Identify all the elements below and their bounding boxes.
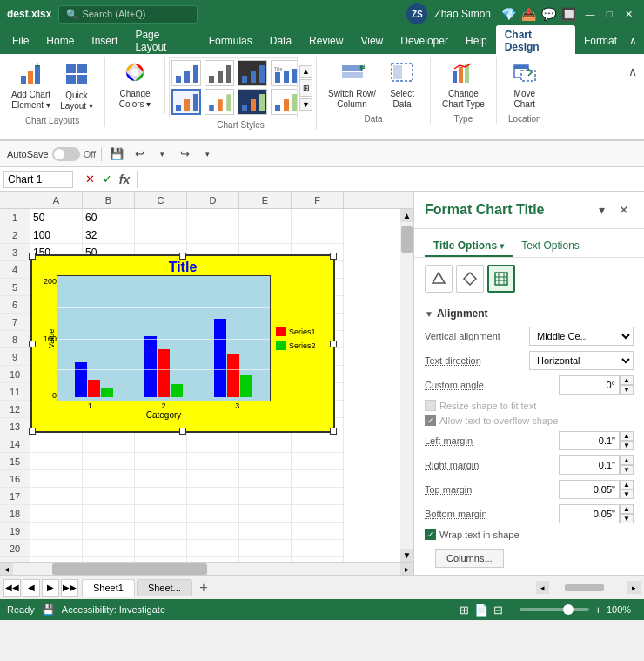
chart-style-3[interactable]	[238, 60, 267, 86]
right-margin-increment[interactable]: ▲	[620, 455, 634, 465]
col-header-a[interactable]: A	[30, 192, 83, 209]
row-header-20[interactable]: 20	[0, 540, 30, 557]
menu-data[interactable]: Data	[261, 31, 300, 51]
custom-angle-input[interactable]	[559, 375, 620, 395]
sheet-tab-sheet2[interactable]: Sheet...	[137, 579, 192, 596]
menu-view[interactable]: View	[352, 31, 392, 51]
top-margin-increment[interactable]: ▲	[620, 480, 634, 489]
accessibility-text[interactable]: Accessibility: Investigate	[62, 604, 165, 615]
cell-d1[interactable]	[187, 209, 239, 226]
undo-button[interactable]: ↩	[130, 145, 149, 164]
chart-styles-scroll-down[interactable]: ▼	[299, 98, 312, 111]
row-header-13[interactable]: 13	[0, 418, 30, 435]
menu-review[interactable]: Review	[300, 31, 352, 51]
row-header-5[interactable]: 5	[0, 279, 30, 296]
add-sheet-button[interactable]: +	[194, 578, 213, 597]
zoom-in-icon[interactable]: +	[594, 604, 601, 617]
menu-format[interactable]: Format	[575, 31, 626, 51]
chart-object[interactable]: Title 200 100 0 Value	[30, 254, 335, 433]
size-properties-tab[interactable]	[487, 265, 515, 293]
cancel-icon[interactable]: ✕	[81, 172, 98, 185]
chart-style-7[interactable]	[238, 89, 267, 115]
row-header-1[interactable]: 1	[0, 209, 30, 226]
chart-style-8[interactable]	[271, 89, 298, 115]
chart-handle-ml[interactable]	[29, 341, 36, 347]
add-chart-element-button[interactable]: + Add ChartElement ▾	[7, 59, 55, 114]
row-header-12[interactable]: 12	[0, 401, 30, 418]
menu-help[interactable]: Help	[457, 31, 496, 51]
row-header-8[interactable]: 8	[0, 331, 30, 348]
zoom-level[interactable]: 100%	[607, 604, 637, 615]
cell-b1[interactable]: 60	[83, 209, 135, 226]
quick-layout-button[interactable]: QuickLayout ▾	[56, 59, 97, 114]
chart-style-5[interactable]	[171, 89, 201, 115]
qa-dropdown[interactable]: ▾	[198, 145, 217, 164]
function-icon[interactable]: fx	[116, 172, 133, 186]
cell-f2[interactable]	[292, 226, 344, 244]
menu-developer[interactable]: Developer	[392, 31, 457, 51]
move-chart-button[interactable]: MoveChart	[504, 57, 546, 112]
cell-b2[interactable]: 32	[83, 226, 135, 244]
chart-title[interactable]: Title	[32, 260, 333, 275]
row-header-14[interactable]: 14	[0, 435, 30, 453]
row-header-16[interactable]: 16	[0, 470, 30, 488]
row-header-10[interactable]: 10	[0, 366, 30, 383]
select-all-corner[interactable]	[0, 192, 30, 208]
menu-home[interactable]: Home	[37, 31, 83, 51]
menu-insert[interactable]: Insert	[83, 31, 126, 51]
text-direction-select[interactable]: Horizontal Rotate 90° Rotate 270° Stacke…	[529, 351, 634, 370]
col-header-b[interactable]: B	[83, 192, 135, 209]
row-header-18[interactable]: 18	[0, 505, 30, 523]
angle-increment-btn[interactable]: ▲	[620, 375, 634, 385]
tab-area-scroll-right[interactable]: ▸	[627, 581, 641, 594]
row-header-4[interactable]: 4	[0, 261, 30, 279]
row-header-3[interactable]: 3	[0, 244, 30, 261]
h-scroll-thumb[interactable]	[52, 563, 207, 575]
scroll-track[interactable]	[400, 222, 413, 549]
fill-effects-tab[interactable]	[425, 265, 453, 293]
page-break-btn[interactable]: ⊟	[493, 604, 503, 617]
left-margin-increment[interactable]: ▲	[620, 431, 634, 441]
top-margin-decrement[interactable]: ▼	[620, 489, 634, 499]
select-data-button[interactable]: SelectData	[381, 57, 423, 112]
alignment-section-header[interactable]: ▼ Alignment	[425, 307, 634, 320]
bottom-margin-increment[interactable]: ▲	[620, 504, 634, 514]
angle-decrement-btn[interactable]: ▼	[620, 385, 634, 395]
h-scroll-track[interactable]	[13, 563, 400, 576]
sheet-nav-first[interactable]: ◀◀	[3, 579, 21, 597]
scroll-thumb[interactable]	[401, 226, 413, 253]
cell-e2[interactable]	[239, 226, 292, 244]
cell-a2[interactable]: 100	[30, 226, 83, 244]
minimize-button[interactable]: —	[581, 5, 599, 23]
zoom-slider[interactable]	[520, 608, 589, 611]
chart-style-1[interactable]	[171, 60, 201, 86]
row-header-11[interactable]: 11	[0, 383, 30, 401]
sheet-nav-last[interactable]: ▶▶	[61, 579, 78, 597]
tab-title-options[interactable]: Title Options ▾	[425, 236, 513, 257]
save-button[interactable]: 💾	[107, 145, 126, 164]
effects-tab[interactable]	[456, 265, 484, 293]
chart-handle-tc[interactable]	[179, 253, 186, 260]
name-box[interactable]: Chart 1	[3, 171, 73, 188]
change-colors-button[interactable]: ChangeColors ▾	[112, 57, 158, 112]
chart-handle-br[interactable]	[330, 428, 337, 435]
row-header-21[interactable]: 21	[0, 557, 30, 562]
redo-button[interactable]: ↪	[175, 145, 194, 164]
menu-page-layout[interactable]: Page Layout	[126, 25, 199, 57]
col-header-c[interactable]: C	[135, 192, 187, 209]
cell-f1[interactable]	[292, 209, 344, 226]
tab-text-options[interactable]: Text Options	[513, 236, 588, 257]
menu-file[interactable]: File	[3, 31, 37, 51]
formula-input[interactable]	[141, 171, 641, 188]
right-margin-decrement[interactable]: ▼	[620, 465, 634, 475]
columns-button[interactable]: Columns...	[435, 549, 504, 568]
col-header-f[interactable]: F	[292, 192, 344, 209]
wrap-text-checkbox[interactable]: ✓	[425, 529, 436, 540]
chart-style-6[interactable]	[205, 89, 234, 115]
chart-handle-bl[interactable]	[29, 428, 36, 435]
collapse-ribbon-icon[interactable]: ∧	[626, 31, 641, 51]
left-margin-decrement[interactable]: ▼	[620, 441, 634, 450]
cell-c2[interactable]	[135, 226, 187, 244]
row-header-6[interactable]: 6	[0, 296, 30, 314]
ribbon-collapse-btn[interactable]: ∧	[625, 61, 641, 82]
